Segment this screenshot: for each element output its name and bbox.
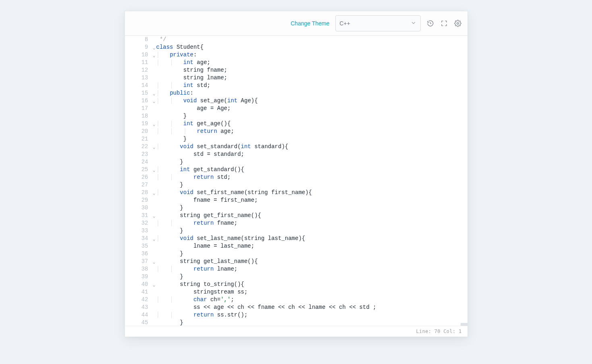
code-line[interactable]: string fname; (156, 66, 467, 74)
line-number: 17 (125, 105, 150, 112)
status-col-label: Col: (443, 329, 455, 334)
fold-toggle-icon[interactable]: ⌄ (153, 98, 156, 105)
fold-toggle-icon[interactable]: ⌄ (153, 167, 156, 174)
code-line[interactable]: ss << age << ch << fname << ch << lname … (156, 304, 467, 311)
code-line[interactable]: } (156, 273, 467, 281)
line-number: 37⌄ (125, 258, 150, 265)
code-line[interactable]: stringstream ss; (156, 288, 467, 296)
code-line[interactable]: │ │ void set_age(int Age){ (156, 97, 467, 105)
line-number-gutter: 89⌄10⌄1112131415⌄16⌄171819⌄202122⌄232425… (125, 36, 150, 326)
line-number: 39 (125, 273, 150, 281)
code-line[interactable]: string get_last_name(){ (156, 258, 467, 265)
code-line[interactable]: } (156, 204, 467, 212)
line-number: 28⌄ (125, 189, 150, 196)
code-line[interactable]: } (156, 112, 467, 120)
history-icon[interactable] (426, 19, 434, 27)
fold-toggle-icon[interactable]: ⌄ (153, 259, 156, 266)
line-number: 18 (125, 112, 150, 120)
line-number: 36 (125, 250, 150, 258)
chevron-down-icon (411, 20, 416, 27)
fold-toggle-icon[interactable]: ⌄ (153, 190, 156, 197)
line-number: 41 (125, 288, 150, 296)
line-number: 27 (125, 181, 150, 189)
code-line[interactable]: │ │ return fname; (156, 219, 467, 227)
fullscreen-icon[interactable] (440, 19, 448, 27)
line-number: 21 (125, 135, 150, 143)
line-number: 32 (125, 219, 150, 227)
code-line[interactable]: string get_first_name(){ (156, 212, 467, 219)
fold-toggle-icon[interactable]: ⌄ (153, 121, 156, 128)
code-line[interactable]: } (156, 227, 467, 235)
code-line[interactable]: string lname; (156, 74, 467, 82)
code-line[interactable]: │ │ return std; (156, 174, 467, 181)
line-number: 30 (125, 204, 150, 212)
code-line[interactable]: std = standard; (156, 151, 467, 158)
fold-toggle-icon[interactable]: ⌄ (153, 44, 156, 52)
language-select-value: C++ (340, 20, 350, 27)
line-number: 40⌄ (125, 281, 150, 288)
change-theme-link[interactable]: Change Theme (291, 20, 329, 27)
line-number: 22⌄ (125, 143, 150, 151)
code-line[interactable]: */ (156, 36, 467, 43)
code-line[interactable]: │ │ int std; (156, 82, 467, 89)
code-line[interactable]: │ │ char ch=','; (156, 296, 467, 304)
fold-toggle-icon[interactable]: ⌄ (153, 236, 156, 243)
code-line[interactable]: │ void set_last_name(string last_name){ (156, 235, 467, 242)
code-line[interactable]: │ public: (156, 89, 467, 97)
code-line[interactable]: fname = first_name; (156, 196, 467, 204)
code-line[interactable]: string to_string(){ (156, 281, 467, 288)
fold-toggle-icon[interactable]: ⌄ (153, 90, 156, 98)
code-line[interactable]: class Student{ (156, 43, 467, 51)
status-line-value: 70 (434, 329, 440, 334)
line-number: 43 (125, 304, 150, 311)
code-line[interactable]: } (156, 319, 467, 326)
line-number: 20 (125, 128, 150, 135)
line-number: 15⌄ (125, 89, 150, 97)
code-line[interactable]: │ void set_first_name(string first_name)… (156, 189, 467, 196)
fold-toggle-icon[interactable]: ⌄ (153, 213, 156, 220)
code-line[interactable]: } (156, 135, 467, 143)
code-line[interactable]: │ │ return ss.str(); (156, 311, 467, 319)
code-line[interactable]: } (156, 181, 467, 189)
line-number: 23 (125, 151, 150, 158)
line-number: 10⌄ (125, 51, 150, 59)
editor-panel: Change Theme C++ 89⌄10⌄1112131415⌄16⌄171… (125, 11, 468, 337)
line-number: 25⌄ (125, 166, 150, 174)
language-select[interactable]: C++ (335, 15, 421, 31)
fold-toggle-icon[interactable]: ⌄ (153, 144, 156, 151)
code-editor[interactable]: 89⌄10⌄1112131415⌄16⌄171819⌄202122⌄232425… (125, 36, 467, 326)
editor-status-bar: Line: 70 Col: 1 (125, 326, 467, 337)
code-line[interactable]: │ private: (156, 51, 467, 59)
line-number: 45 (125, 319, 150, 326)
code-line[interactable]: │ │ return lname; (156, 265, 467, 273)
code-line[interactable]: │ │ │ return age; (156, 128, 467, 135)
line-number: 8 (125, 36, 150, 43)
code-line[interactable]: } (156, 158, 467, 166)
line-number: 11 (125, 59, 150, 66)
line-number: 13 (125, 74, 150, 82)
fold-toggle-icon[interactable]: ⌄ (153, 281, 156, 289)
svg-point-0 (457, 23, 459, 25)
code-line[interactable]: │ │ int get_age(){ (156, 120, 467, 128)
code-line[interactable]: } (156, 250, 467, 258)
line-number: 9⌄ (125, 43, 150, 51)
code-line[interactable]: │ │ int age; (156, 59, 467, 66)
code-line[interactable]: lname = last_name; (156, 242, 467, 250)
settings-icon[interactable] (454, 19, 462, 27)
code-line[interactable]: │ void set_standard(int standard){ (156, 143, 467, 151)
status-col-value: 1 (459, 329, 462, 334)
line-number: 35 (125, 242, 150, 250)
scrollbar-indicator[interactable] (461, 323, 467, 326)
line-number: 26 (125, 174, 150, 181)
code-area[interactable]: */class Student{│ private:│ │ int age; s… (156, 36, 467, 326)
line-number: 24 (125, 158, 150, 166)
line-number: 44 (125, 311, 150, 319)
code-line[interactable]: │ int get_standard(){ (156, 166, 467, 174)
line-number: 16⌄ (125, 97, 150, 105)
editor-toolbar: Change Theme C++ (125, 11, 467, 36)
line-number: 14 (125, 82, 150, 89)
code-line[interactable]: age = Age; (156, 105, 467, 112)
status-line-label: Line: (416, 329, 432, 334)
fold-toggle-icon[interactable]: ⌄ (153, 52, 156, 60)
line-number: 29 (125, 196, 150, 204)
